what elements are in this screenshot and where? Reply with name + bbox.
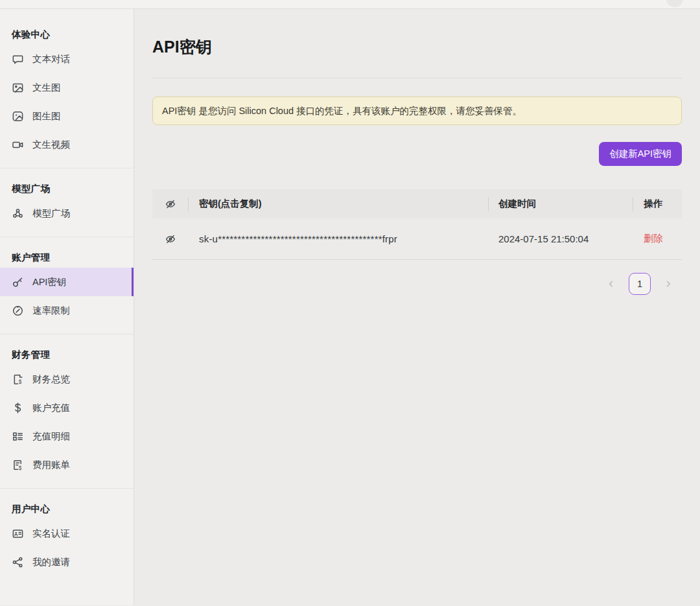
sidebar-item-recharge-detail[interactable]: 充值明细 xyxy=(0,422,134,450)
api-keys-table: 密钥(点击复制) 创建时间 操作 sk-u*******************… xyxy=(152,189,682,260)
delete-key-link[interactable]: 删除 xyxy=(644,233,663,244)
chat-icon xyxy=(12,53,24,65)
sidebar-item-label: 文本对话 xyxy=(32,53,70,65)
sidebar-item-label: 文生图 xyxy=(32,82,61,94)
chevron-right-icon xyxy=(664,279,673,288)
column-header-created: 创建时间 xyxy=(488,198,633,210)
sidebar-item-label: 文生视频 xyxy=(32,139,70,151)
sidebar-item-text-to-image[interactable]: 文生图 xyxy=(0,73,134,102)
share-icon xyxy=(12,556,24,568)
eye-off-icon xyxy=(165,198,176,210)
sidebar-item-label: 我的邀请 xyxy=(32,556,70,568)
toggle-visibility-all-button[interactable] xyxy=(152,198,188,210)
sidebar-item-label: 账户充值 xyxy=(32,402,70,414)
page-title: API密钥 xyxy=(152,36,682,58)
section-title-experience: 体验中心 xyxy=(0,22,134,45)
billing-icon: $ xyxy=(12,459,24,471)
top-bar xyxy=(0,0,700,9)
svg-text:$: $ xyxy=(19,379,22,385)
sidebar-item-label: API密钥 xyxy=(32,276,66,288)
finance-overview-icon: $ xyxy=(12,373,24,386)
image-to-image-icon xyxy=(12,110,24,122)
id-card-icon xyxy=(12,528,24,540)
page-number-button[interactable]: 1 xyxy=(629,273,651,295)
sidebar-section-experience: 体验中心 文本对话 文生图 图生图 xyxy=(0,18,134,161)
section-title-account: 账户管理 xyxy=(0,245,134,268)
sidebar-item-label: 费用账单 xyxy=(32,459,70,471)
text-to-image-icon xyxy=(12,82,24,94)
notice-text: API密钥 是您访问 Silicon Cloud 接口的凭证，具有该账户的完整权… xyxy=(162,105,522,117)
table-row: sk-u************************************… xyxy=(152,218,682,260)
api-key-notice-banner: API密钥 是您访问 Silicon Cloud 接口的凭证，具有该账户的完整权… xyxy=(152,97,682,125)
sidebar-item-label: 实名认证 xyxy=(32,528,70,540)
sidebar-item-finance-overview[interactable]: $ 财务总览 xyxy=(0,365,134,393)
sidebar-item-image-to-image[interactable]: 图生图 xyxy=(0,102,134,130)
sidebar-item-account-recharge[interactable]: 账户充值 xyxy=(0,393,134,422)
sidebar-item-api-keys[interactable]: API密钥 xyxy=(0,268,134,296)
table-header-row: 密钥(点击复制) 创建时间 操作 xyxy=(152,189,682,218)
section-title-finance: 财务管理 xyxy=(0,342,134,365)
gauge-icon xyxy=(12,305,24,317)
key-icon xyxy=(12,276,24,288)
sidebar-item-model-square[interactable]: 模型广场 xyxy=(0,199,134,227)
eye-off-icon xyxy=(165,233,176,245)
sidebar: 体验中心 文本对话 文生图 图生图 xyxy=(0,9,134,605)
column-header-actions: 操作 xyxy=(633,198,682,210)
recharge-detail-icon xyxy=(12,430,24,443)
title-divider xyxy=(152,78,682,78)
column-header-key: 密钥(点击复制) xyxy=(188,198,488,210)
create-api-key-button[interactable]: 创建新API密钥 xyxy=(599,142,682,166)
sidebar-item-label: 财务总览 xyxy=(32,373,70,386)
sidebar-item-text-to-video[interactable]: 文生视频 xyxy=(0,130,134,159)
section-title-models: 模型广场 xyxy=(0,176,134,199)
sidebar-item-real-name-verification[interactable]: 实名认证 xyxy=(0,519,134,548)
toggle-key-visibility-button[interactable] xyxy=(152,233,188,245)
dollar-icon xyxy=(12,402,24,414)
actions-row: 创建新API密钥 xyxy=(152,142,682,166)
api-key-masked-value[interactable]: sk-u************************************… xyxy=(188,233,488,244)
sidebar-item-billing[interactable]: $ 费用账单 xyxy=(0,450,134,479)
svg-text:$: $ xyxy=(19,464,22,471)
sidebar-section-models: 模型广场 模型广场 xyxy=(0,168,134,230)
sidebar-item-text-chat[interactable]: 文本对话 xyxy=(0,45,134,73)
user-avatar[interactable] xyxy=(666,0,683,7)
previous-page-button[interactable] xyxy=(601,274,621,294)
actions-cell: 删除 xyxy=(633,233,682,245)
model-hub-icon xyxy=(12,207,24,220)
text-to-video-icon xyxy=(12,139,24,151)
sidebar-item-label: 速率限制 xyxy=(32,305,70,317)
sidebar-item-label: 图生图 xyxy=(32,110,61,122)
sidebar-item-label: 充值明细 xyxy=(32,430,70,443)
sidebar-item-label: 模型广场 xyxy=(32,207,70,220)
pagination: 1 xyxy=(152,273,682,295)
next-page-button[interactable] xyxy=(659,274,678,294)
section-title-user: 用户中心 xyxy=(0,496,134,519)
sidebar-item-rate-limit[interactable]: 速率限制 xyxy=(0,296,134,325)
chevron-left-icon xyxy=(607,279,616,288)
sidebar-item-my-invitations[interactable]: 我的邀请 xyxy=(0,548,134,576)
sidebar-section-user: 用户中心 实名认证 我的邀请 xyxy=(0,488,134,579)
api-key-created-time: 2024-07-15 21:50:04 xyxy=(488,233,633,244)
main-content: API密钥 API密钥 是您访问 Silicon Cloud 接口的凭证，具有该… xyxy=(134,9,700,605)
sidebar-section-account: 账户管理 API密钥 速率限制 xyxy=(0,237,134,327)
sidebar-section-finance: 财务管理 $ 财务总览 账户充值 充值明细 xyxy=(0,334,134,482)
